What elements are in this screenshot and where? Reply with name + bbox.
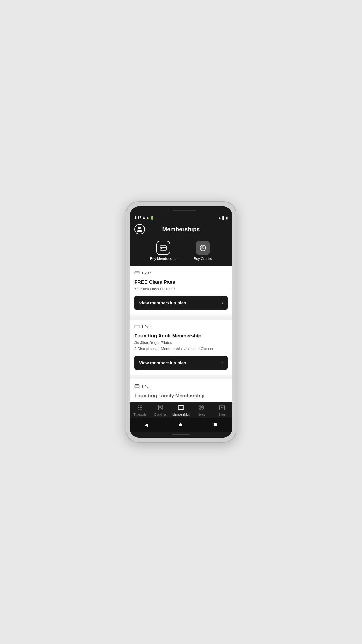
status-right: ▲ ▌ ▮ [218,216,228,220]
view-plan-label-1: View membership plan [139,300,186,305]
nav-memberships[interactable]: Memberships [171,404,191,416]
wifi-icon: ▲ [218,216,221,220]
nav-store[interactable]: Store [212,404,232,416]
divider-1 [130,317,232,320]
nav-timetable[interactable]: Timetable [130,404,150,416]
home-button[interactable]: ⏺ [172,421,189,428]
plan-badge-1: 1 Plan [134,270,228,276]
timetable-label: Timetable [133,413,146,416]
membership-title-2: Founding Adult Membership [134,333,228,339]
svg-rect-23 [179,408,180,408]
plan-badge-2: 1 Plan [134,324,228,330]
user-avatar[interactable] [134,224,145,235]
membership-card-2: 1 Plan Founding Adult Membership Jiu Jit… [130,320,232,374]
store-icon [219,404,225,412]
svg-point-24 [182,407,183,408]
buy-credits-label: Buy Credits [194,257,212,261]
phone-frame: 1:17 ⚙ ▶ 🔋 ▲ ▌ ▮ Memberships [126,201,236,443]
buy-credits-action[interactable]: Buy Credits [194,241,212,261]
camera-area [130,206,232,215]
bookings-icon [157,404,164,412]
speaker-bar [173,210,196,211]
memberships-label: Memberships [172,413,190,416]
membership-title-1: FREE Class Pass [134,279,228,285]
membership-card-3: 1 Plan Founding Family Membership [130,379,232,402]
memberships-icon [178,404,184,412]
membership-desc-1: Your first class is FREE! [134,286,228,292]
svg-rect-2 [161,248,162,249]
buy-membership-action[interactable]: Buy Membership [150,241,176,261]
plan-badge-icon-3 [134,384,140,390]
media-icon: 🔋 [150,216,154,220]
battery-icon: ▮ [226,216,228,220]
membership-card-1: 1 Plan FREE Class Pass Your first class … [130,266,232,315]
membership-desc-2b: 3 Disciplines, 1 Membership, Unlimited C… [134,346,228,351]
news-icon [198,404,205,412]
app-header: Memberships [130,221,232,239]
chevron-icon-2: › [221,360,223,366]
bottom-bar [130,432,232,438]
membership-title-3: Founding Family Membership [134,393,228,399]
view-plan-btn-1[interactable]: View membership plan › [134,296,228,310]
status-time: 1:17 [134,216,141,220]
play-icon: ▶ [147,216,149,220]
buy-credits-icon [196,241,210,255]
quick-actions: Buy Membership Buy Credits [130,239,232,266]
content-area: 1 Plan FREE Class Pass Your first class … [130,266,232,402]
chevron-icon-1: › [221,300,223,306]
svg-rect-21 [178,405,184,409]
buy-membership-label: Buy Membership [150,257,176,261]
svg-rect-7 [135,325,139,328]
buy-membership-icon [156,241,170,255]
plan-count-3: 1 Plan [141,385,151,389]
svg-rect-0 [160,246,166,250]
plan-badge-icon-2 [134,324,140,330]
bottom-nav: Timetable Bookings [130,402,232,418]
home-indicator [172,434,190,435]
membership-desc-2: Jiu Jitsu, Yoga, Pilates [134,340,228,345]
android-nav: ◀ ⏺ ⏹ [130,418,232,432]
plan-badge-3: 1 Plan [134,384,228,390]
phone-screen: 1:17 ⚙ ▶ 🔋 ▲ ▌ ▮ Memberships [130,206,232,438]
svg-rect-5 [135,271,139,274]
recent-button[interactable]: ⏹ [207,421,223,428]
plan-count-2: 1 Plan [141,325,151,329]
timetable-icon [137,404,143,412]
divider-2 [130,377,232,379]
svg-rect-9 [135,385,139,388]
page-title: Memberships [162,226,200,233]
view-plan-btn-2[interactable]: View membership plan › [134,356,228,370]
back-button[interactable]: ◀ [139,421,154,429]
bookings-label: Bookings [154,413,166,416]
plan-count-1: 1 Plan [141,271,151,275]
signal-icon: ▌ [222,216,225,220]
news-label: News [198,413,205,416]
status-bar: 1:17 ⚙ ▶ 🔋 ▲ ▌ ▮ [130,215,232,221]
store-label: Store [219,413,226,416]
nav-bookings[interactable]: Bookings [150,404,171,416]
status-left: 1:17 ⚙ ▶ 🔋 [134,216,154,220]
gear-icon: ⚙ [143,216,145,220]
nav-news[interactable]: News [191,404,212,416]
camera-dot [166,209,169,212]
view-plan-label-2: View membership plan [139,360,186,365]
svg-point-20 [161,408,162,409]
plan-badge-icon-1 [134,270,140,276]
